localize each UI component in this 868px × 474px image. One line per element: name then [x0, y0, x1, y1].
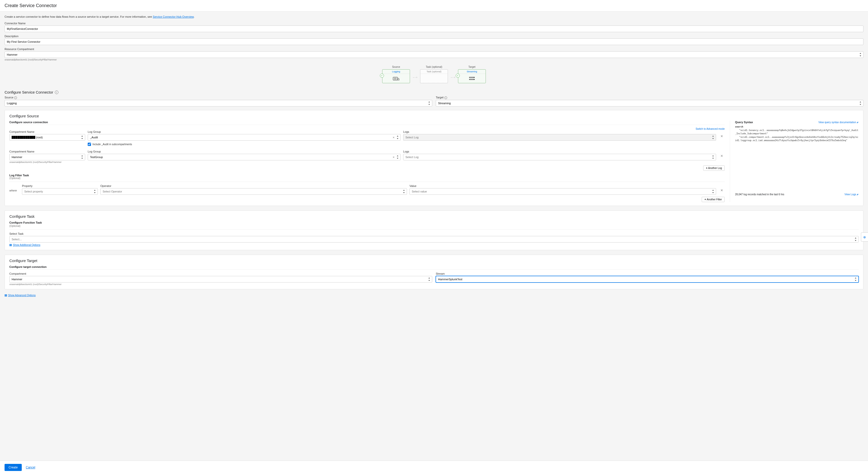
page-title: Create Service Connector [5, 3, 863, 8]
connector-name-input[interactable] [5, 26, 863, 32]
connector-name-label: Connector Name [5, 22, 863, 25]
svg-rect-5 [471, 77, 471, 78]
add-another-filter-button[interactable]: Another Filter [702, 197, 725, 202]
view-logs-link[interactable]: View Logs⬈ [844, 193, 859, 196]
options-icon [5, 294, 7, 296]
page-header: Create Service Connector [0, 0, 868, 12]
info-icon[interactable]: i [444, 96, 447, 99]
create-button[interactable]: Create [5, 464, 22, 471]
svg-rect-11 [473, 79, 473, 80]
switch-advanced-link[interactable]: Switch to Advanced mode [695, 127, 725, 130]
target-select[interactable] [436, 100, 863, 107]
resource-compartment-label: Resource Compartment [5, 48, 863, 51]
flow-source-label: Source [382, 65, 410, 68]
show-additional-options-link[interactable]: Show Additional Options [13, 244, 40, 246]
streaming-icon [469, 74, 475, 83]
svg-rect-0 [393, 77, 398, 80]
svg-rect-8 [470, 79, 470, 80]
configure-source-heading: Configure Source [9, 114, 859, 118]
clear-icon[interactable]: ✕ [393, 136, 395, 139]
configure-task-panel: Configure Task Configure Function Task (… [5, 210, 863, 250]
external-link-icon: ⬈ [857, 121, 859, 124]
remove-row-icon[interactable]: ✕ [719, 150, 725, 158]
intro-text: Create a service connector to define how… [5, 15, 863, 18]
side-widget-icon[interactable]: ⊕ [861, 232, 868, 242]
query-doc-link[interactable]: View query syntax documentation⬈ [818, 121, 859, 124]
flow-target-label: Target [458, 65, 486, 68]
external-link-icon: ⬈ [857, 193, 859, 196]
operator-select[interactable] [100, 188, 407, 195]
cancel-button[interactable]: Cancel [26, 466, 35, 469]
overview-link[interactable]: Service Connector Hub Overview [153, 15, 194, 18]
logging-icon [393, 74, 399, 83]
info-icon[interactable]: i [55, 91, 58, 94]
description-label: Description [5, 35, 863, 38]
configure-target-panel: Configure Target Configure target connec… [5, 255, 863, 289]
svg-rect-10 [472, 79, 472, 80]
configure-connector-heading: Configure Service Connector [5, 90, 53, 94]
target-compartment-select[interactable] [9, 276, 432, 283]
value-select[interactable] [409, 188, 716, 195]
info-icon[interactable]: i [14, 96, 17, 99]
compartment-select-2[interactable] [9, 154, 85, 160]
include-audit-checkbox[interactable]: Include _Audit in subcompartments [88, 143, 725, 146]
show-advanced-options-link[interactable]: Show Advanced Options [8, 294, 36, 297]
match-count: 28,047 log records matched in the last 6… [735, 193, 784, 196]
flow-task-box[interactable]: Task (optional) [420, 69, 448, 83]
compartment-select-1[interactable] [9, 134, 85, 141]
remove-row-icon[interactable]: ✕ [719, 130, 725, 138]
configure-source-panel: Configure Source Configure source connec… [5, 110, 863, 206]
loggroup-select-1[interactable] [88, 134, 401, 141]
check-icon: ✓ [456, 73, 460, 78]
remove-filter-icon[interactable]: ✕ [719, 184, 725, 192]
flow-target-box[interactable]: ✓ Streaming [458, 69, 486, 83]
svg-rect-9 [471, 79, 471, 80]
query-code: search "ocid1.tenancy.oc1..aaaaaaaapfq0e… [735, 125, 859, 142]
resource-compartment-select[interactable] [5, 51, 863, 58]
check-icon: ✓ [380, 73, 384, 78]
options-icon [9, 244, 12, 246]
arrow-icon: - - › [410, 70, 420, 84]
select-task-select[interactable] [9, 236, 859, 243]
logs-select-2[interactable] [403, 154, 716, 160]
resource-compartment-path: orasenatdpltsecitom01 (root)/SecurityPil… [5, 58, 863, 61]
flow-source-box[interactable]: ✓ Logging [382, 69, 410, 83]
description-input[interactable] [5, 38, 863, 45]
loggroup-select-2[interactable] [88, 154, 401, 160]
logs-select-1[interactable] [403, 134, 716, 141]
target-stream-select[interactable] [436, 276, 859, 283]
add-another-log-button[interactable]: Another Log [703, 166, 725, 171]
clear-icon[interactable]: ✕ [393, 156, 395, 158]
svg-rect-6 [472, 77, 472, 78]
property-select[interactable] [22, 188, 98, 195]
svg-rect-7 [473, 77, 473, 78]
svg-rect-4 [470, 77, 470, 78]
flow-diagram: Source ✓ Logging - - › Task (optional) T… [5, 65, 863, 84]
flow-task-label: Task (optional) [420, 65, 448, 68]
footer: Create Cancel [0, 461, 868, 474]
source-select[interactable] [5, 100, 432, 107]
